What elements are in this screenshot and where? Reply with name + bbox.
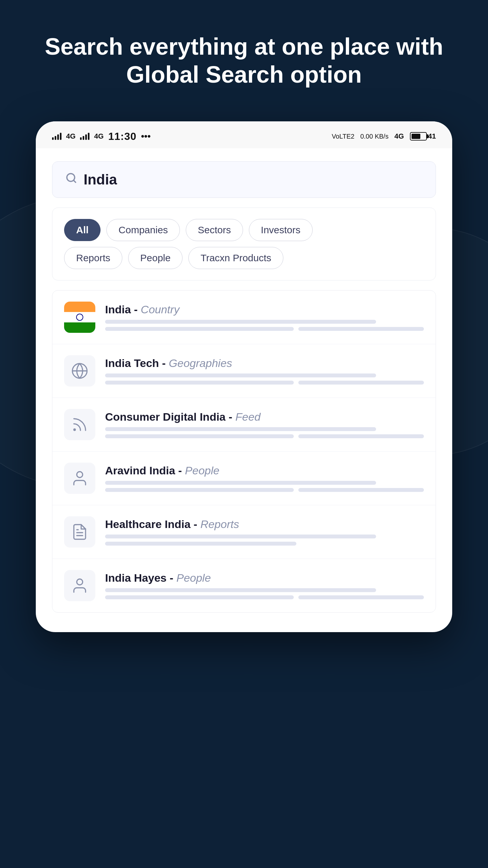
skeleton-2-3 bbox=[298, 381, 424, 384]
chip-reports[interactable]: Reports bbox=[64, 247, 122, 269]
skeleton-row-3 bbox=[105, 434, 424, 438]
result-item-healthcare[interactable]: Healthcare India - Reports bbox=[52, 505, 436, 559]
result-title-4: Aravind India - People bbox=[105, 464, 424, 477]
battery-level: 41 bbox=[428, 132, 436, 141]
result-item-aravind[interactable]: Aravind India - People bbox=[52, 452, 436, 505]
signal-label-1: 4G bbox=[66, 132, 75, 141]
result-title-6: India Hayes - People bbox=[105, 571, 424, 584]
document-icon-container bbox=[64, 516, 95, 548]
result-body-4: Aravind India - People bbox=[105, 464, 424, 492]
skeleton-6-2 bbox=[105, 595, 294, 599]
chip-companies[interactable]: Companies bbox=[106, 219, 180, 241]
result-body-5: Healthcare India - Reports bbox=[105, 518, 424, 546]
flag-icon-india bbox=[64, 302, 95, 333]
search-icon bbox=[65, 172, 77, 187]
skeleton-2-1 bbox=[105, 373, 376, 377]
skeleton-5-1 bbox=[105, 534, 376, 538]
chip-tracxn[interactable]: Tracxn Products bbox=[188, 247, 283, 269]
skeleton-2-2 bbox=[105, 381, 294, 384]
result-title-2: India Tech - Geographies bbox=[105, 357, 424, 370]
chip-all[interactable]: All bbox=[64, 219, 100, 241]
skeleton-6-3 bbox=[298, 595, 424, 599]
chip-sectors[interactable]: Sectors bbox=[186, 219, 243, 241]
network-label: VoLTE2 bbox=[332, 133, 355, 140]
skeleton-4-1 bbox=[105, 481, 376, 485]
person-icon-container-2 bbox=[64, 570, 95, 601]
battery-container: 41 bbox=[410, 132, 436, 141]
skeleton-3-1 bbox=[105, 427, 376, 431]
result-title-1: India - Country bbox=[105, 303, 424, 316]
result-item-india-country[interactable]: India - Country bbox=[52, 290, 436, 344]
result-title-5: Healthcare India - Reports bbox=[105, 518, 424, 531]
chip-investors[interactable]: Investors bbox=[249, 219, 313, 241]
search-bar[interactable]: India bbox=[52, 161, 436, 198]
person-icon-container-1 bbox=[64, 463, 95, 494]
page-title: Search everything at one place with Glob… bbox=[16, 33, 472, 89]
skeleton-3-3 bbox=[298, 434, 424, 438]
result-title-3: Consumer Digital India - Feed bbox=[105, 410, 424, 423]
filter-section: All Companies Sectors Investors Reports … bbox=[52, 208, 436, 280]
result-body-2: India Tech - Geographies bbox=[105, 357, 424, 384]
status-bar: 4G 4G 11:30 ••• VoLTE2 0.00 KB/s 4G 41 bbox=[36, 121, 452, 148]
skeleton-1-3 bbox=[298, 327, 424, 331]
skeleton-row-2 bbox=[105, 381, 424, 384]
feed-icon-container bbox=[64, 409, 95, 440]
search-query: India bbox=[84, 172, 117, 188]
filter-row-1: All Companies Sectors Investors bbox=[64, 219, 424, 241]
result-item-consumer-digital[interactable]: Consumer Digital India - Feed bbox=[52, 398, 436, 452]
phone-mockup: 4G 4G 11:30 ••• VoLTE2 0.00 KB/s 4G 41 bbox=[36, 121, 452, 632]
results-section: India - Country bbox=[52, 290, 436, 613]
battery-icon bbox=[410, 132, 427, 141]
signal-bars-2 bbox=[80, 133, 89, 140]
filter-row-2: Reports People Tracxn Products bbox=[64, 247, 424, 269]
svg-line-1 bbox=[73, 180, 76, 183]
chip-people[interactable]: People bbox=[128, 247, 183, 269]
svg-point-4 bbox=[74, 429, 75, 430]
skeleton-4-3 bbox=[298, 488, 424, 492]
status-dots: ••• bbox=[141, 131, 151, 142]
result-body-1: India - Country bbox=[105, 303, 424, 331]
svg-point-5 bbox=[77, 472, 83, 477]
skeleton-row-1 bbox=[105, 327, 424, 331]
status-right: VoLTE2 0.00 KB/s 4G 41 bbox=[332, 132, 436, 141]
skeleton-1-1 bbox=[105, 320, 376, 324]
skeleton-row-5 bbox=[105, 542, 424, 546]
skeleton-3-2 bbox=[105, 434, 294, 438]
signal-label-2: 4G bbox=[94, 132, 103, 141]
phone-content: India All Companies Sectors Investors Re… bbox=[36, 148, 452, 613]
result-body-3: Consumer Digital India - Feed bbox=[105, 410, 424, 438]
result-item-india-tech[interactable]: India Tech - Geographies bbox=[52, 344, 436, 398]
result-body-6: India Hayes - People bbox=[105, 571, 424, 599]
status-time: 11:30 bbox=[108, 130, 136, 143]
skeleton-6-1 bbox=[105, 588, 376, 592]
network-type-label: 4G bbox=[394, 132, 404, 141]
skeleton-4-2 bbox=[105, 488, 294, 492]
svg-point-8 bbox=[77, 579, 83, 585]
result-item-india-hayes[interactable]: India Hayes - People bbox=[52, 559, 436, 612]
globe-icon-container bbox=[64, 355, 95, 386]
skeleton-5-2 bbox=[105, 542, 296, 546]
signal-bars-1 bbox=[52, 133, 61, 140]
skeleton-row-4 bbox=[105, 488, 424, 492]
skeleton-row-6 bbox=[105, 595, 424, 599]
speed-label: 0.00 KB/s bbox=[360, 133, 389, 140]
skeleton-1-2 bbox=[105, 327, 294, 331]
